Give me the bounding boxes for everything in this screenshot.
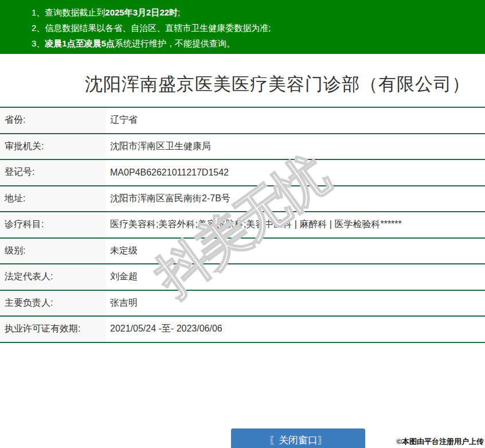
notice-bold-text: 2025年3月2日22时 <box>105 7 178 17</box>
notice-line: 2、信息数据结果以各省、自治区、直辖市卫生健康委数据为准; <box>32 20 485 36</box>
table-row: 省份: 辽宁省 <box>0 107 485 133</box>
notice-banner: 1、查询数据截止到2025年3月2日22时; 2、信息数据结果以各省、自治区、直… <box>0 0 485 54</box>
notice-line: 3、凌晨1点至凌晨5点系统进行维护，不能提供查询。 <box>32 36 485 51</box>
row-label: 主要负责人: <box>0 291 106 316</box>
row-label: 审批机关: <box>0 134 106 159</box>
notice-number: 1、 <box>32 7 45 17</box>
row-value: 辽宁省 <box>110 108 138 133</box>
row-label: 登记号: <box>0 160 106 185</box>
notice-text: 系统进行维护，不能提供查询。 <box>115 38 235 48</box>
row-value: 沈阳市浑南区富民南街2-7B号 <box>110 186 230 212</box>
table-row: 执业许可证有效期: 2021/05/24 -至- 2023/06/06 <box>0 315 485 342</box>
notice-bold-text: 凌晨1点至凌晨5点 <box>45 38 115 48</box>
row-value: 张吉明 <box>110 291 138 316</box>
notice-text: 查询数据截止到 <box>45 7 105 17</box>
page-title: 沈阳浑南盛京医美医疗美容门诊部（有限公司） <box>85 72 470 96</box>
row-label: 执业许可证有效期: <box>0 317 106 342</box>
row-value: 沈阳市浑南区卫生健康局 <box>110 134 211 159</box>
close-window-button[interactable]: 〖关闭窗口〗 <box>231 428 365 448</box>
notice-number: 3、 <box>32 38 45 48</box>
table-row: 诊疗科目: 医疗美容科;美容外科;美容皮肤科;美容中医科 | 麻醉科 | 医学检… <box>0 211 485 237</box>
table-row: 地址: 沈阳市浑南区富民南街2-7B号 <box>0 185 485 212</box>
row-label: 级别: <box>0 239 106 264</box>
table-row: 审批机关: 沈阳市浑南区卫生健康局 <box>0 133 485 159</box>
table-row: 主要负责人: 张吉明 <box>0 290 485 316</box>
upload-caption: ©本图由平台注册用户上传 <box>396 437 484 447</box>
row-value: 刘金超 <box>110 264 138 290</box>
row-value: 未定级 <box>110 239 138 264</box>
row-value: 2021/05/24 -至- 2023/06/06 <box>110 317 222 342</box>
row-label: 地址: <box>0 186 106 212</box>
row-label: 诊疗科目: <box>0 212 106 237</box>
notice-text: 信息数据结果以各省、自治区、直辖市卫生健康委数据为准; <box>45 23 271 33</box>
row-label: 省份: <box>0 108 106 133</box>
table-row: 级别: 未定级 <box>0 237 485 264</box>
table-row: 登记号: MA0P4B62621011217D1542 <box>0 159 485 185</box>
notice-line: 1、查询数据截止到2025年3月2日22时; <box>32 5 485 20</box>
table-row: 法定代表人: 刘金超 <box>0 263 485 290</box>
row-value: 医疗美容科;美容外科;美容皮肤科;美容中医科 | 麻醉科 | 医学检验科****… <box>110 212 402 237</box>
notice-number: 2、 <box>32 23 45 33</box>
row-label: 法定代表人: <box>0 264 106 290</box>
row-value: MA0P4B62621011217D1542 <box>110 160 229 185</box>
notice-text: ; <box>178 7 180 17</box>
info-table: 省份: 辽宁省 审批机关: 沈阳市浑南区卫生健康局 登记号: MA0P4B626… <box>0 107 485 343</box>
